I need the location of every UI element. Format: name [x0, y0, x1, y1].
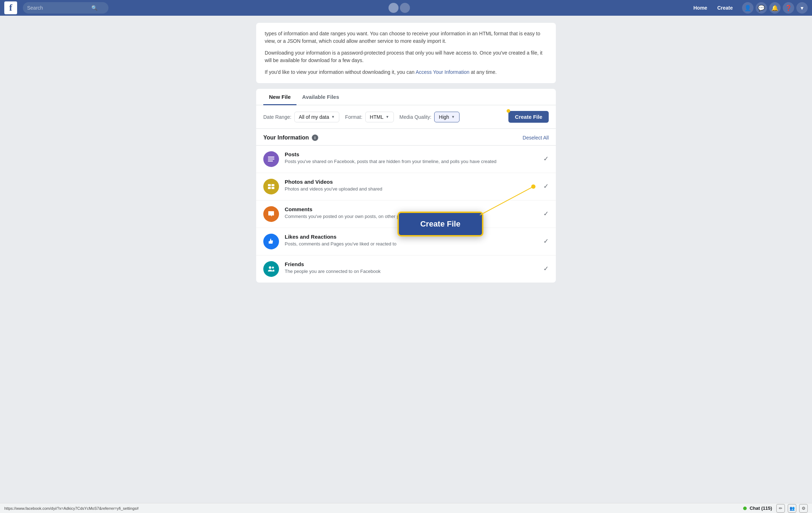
- create-file-overlay: Create File: [397, 212, 483, 237]
- date-range-label: Date Range:: [263, 114, 291, 120]
- tabs-header: New File Available Files: [256, 89, 556, 105]
- quality-select[interactable]: High ▼: [434, 112, 460, 122]
- svg-rect-5: [268, 187, 271, 189]
- format-label: Format:: [345, 114, 362, 120]
- format-value: HTML: [370, 114, 384, 120]
- info-items-list: Posts Posts you've shared on Facebook, p…: [256, 146, 556, 283]
- posts-title: Posts: [285, 151, 538, 157]
- top-nav: f 🔍 Home Create 👤 💬 🔔 ❓ ▾: [0, 0, 812, 16]
- access-info-link[interactable]: Access Your Information: [416, 69, 470, 75]
- create-link[interactable]: Create: [714, 4, 736, 12]
- search-bar[interactable]: 🔍: [23, 2, 108, 14]
- home-link[interactable]: Home: [690, 4, 711, 12]
- create-file-button-small[interactable]: Create File: [508, 111, 549, 123]
- nav-avatar-1: [389, 3, 399, 13]
- friends-icon: [263, 261, 279, 277]
- friends-text: Friends The people you are connected to …: [285, 261, 538, 275]
- notifications-icon[interactable]: 🔔: [769, 2, 781, 14]
- messenger-icon[interactable]: 💬: [756, 2, 767, 14]
- comments-check[interactable]: ✓: [543, 210, 549, 218]
- likes-icon: [263, 234, 279, 249]
- create-file-big-label: Create File: [420, 219, 461, 228]
- nav-icons: 👤 💬 🔔 ❓ ▾: [742, 2, 808, 14]
- posts-icon: [263, 151, 279, 167]
- friends-desc: The people you are connected to on Faceb…: [285, 268, 538, 275]
- posts-item: Posts Posts you've shared on Facebook, p…: [256, 146, 556, 173]
- photos-check[interactable]: ✓: [543, 182, 549, 190]
- tab-available-files[interactable]: Available Files: [296, 89, 345, 105]
- format-select[interactable]: HTML ▼: [365, 112, 394, 122]
- help-icon[interactable]: ❓: [783, 2, 794, 14]
- create-file-dot: [507, 109, 510, 113]
- info-card: types of information and date ranges you…: [256, 23, 556, 83]
- svg-point-11: [272, 266, 274, 269]
- date-range-group: Date Range: All of my data ▼: [263, 112, 339, 122]
- svg-rect-3: [268, 184, 271, 186]
- comments-icon: [263, 206, 279, 222]
- your-information-section: Your Information i Deselect All Posts Po…: [256, 129, 556, 283]
- svg-rect-7: [269, 241, 270, 244]
- facebook-logo[interactable]: f: [4, 1, 17, 14]
- friends-check[interactable]: ✓: [543, 265, 549, 273]
- format-arrow: ▼: [386, 115, 389, 119]
- create-file-big-button[interactable]: Create File: [397, 212, 483, 237]
- posts-text: Posts Posts you've shared on Facebook, p…: [285, 151, 538, 165]
- quality-arrow: ▼: [451, 115, 455, 119]
- info-paragraph-3: If you'd like to view your information w…: [265, 68, 547, 76]
- svg-rect-6: [271, 187, 274, 189]
- friends-title: Friends: [285, 261, 538, 267]
- likes-desc: Posts, comments and Pages you've liked o…: [285, 241, 538, 247]
- likes-item: Likes and Reactions Posts, comments and …: [256, 228, 556, 255]
- your-info-title-text: Your Information: [263, 134, 309, 141]
- svg-rect-0: [268, 157, 274, 158]
- format-group: Format: HTML ▼: [345, 112, 394, 122]
- quality-label: Media Quality:: [400, 114, 431, 120]
- search-icon: 🔍: [91, 5, 97, 11]
- info-paragraph-2: Downloading your information is a passwo…: [265, 49, 547, 64]
- people-icon[interactable]: 👤: [742, 2, 753, 14]
- tab-new-file[interactable]: New File: [263, 89, 296, 105]
- create-file-label-small: Create File: [515, 114, 542, 120]
- svg-rect-1: [268, 159, 274, 160]
- photos-desc: Photos and videos you've uploaded and sh…: [285, 186, 538, 192]
- menu-icon[interactable]: ▾: [796, 2, 808, 14]
- photos-icon: [263, 179, 279, 194]
- tabs-card: New File Available Files Date Range: All…: [256, 89, 556, 283]
- info-paragraph-1: types of information and date ranges you…: [265, 30, 547, 45]
- date-range-select[interactable]: All of my data ▼: [294, 112, 340, 122]
- date-range-arrow: ▼: [331, 115, 335, 119]
- photos-title: Photos and Videos: [285, 179, 538, 185]
- svg-rect-2: [268, 161, 273, 162]
- date-range-value: All of my data: [299, 114, 329, 120]
- info-tooltip-icon[interactable]: i: [312, 134, 318, 141]
- filter-row: Date Range: All of my data ▼ Format: HTM…: [256, 105, 556, 129]
- svg-rect-4: [271, 184, 274, 186]
- quality-group: Media Quality: High ▼: [400, 112, 460, 122]
- photos-text: Photos and Videos Photos and videos you'…: [285, 179, 538, 192]
- quality-value: High: [439, 114, 449, 120]
- photos-item: Photos and Videos Photos and videos you'…: [256, 173, 556, 200]
- nav-avatar-2: [400, 3, 410, 13]
- friends-item: Friends The people you are connected to …: [256, 255, 556, 283]
- posts-desc: Posts you've shared on Facebook, posts t…: [285, 158, 538, 165]
- posts-check[interactable]: ✓: [543, 155, 549, 163]
- likes-check[interactable]: ✓: [543, 237, 549, 245]
- your-info-header: Your Information i Deselect All: [256, 129, 556, 146]
- svg-point-10: [269, 266, 271, 269]
- search-input[interactable]: [27, 5, 91, 11]
- your-info-title: Your Information i: [263, 134, 318, 141]
- deselect-all-link[interactable]: Deselect All: [523, 135, 549, 141]
